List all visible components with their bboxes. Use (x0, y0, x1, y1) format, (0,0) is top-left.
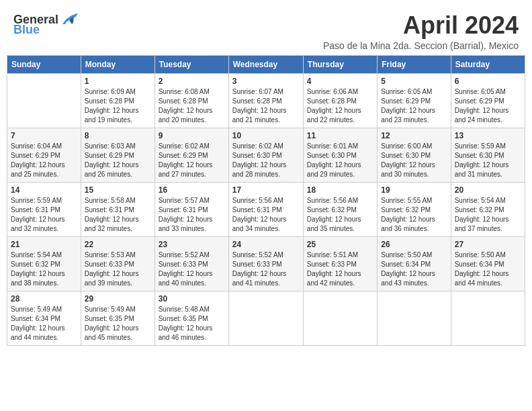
day-info: Sunrise: 5:49 AM Sunset: 6:35 PM Dayligh… (85, 305, 151, 342)
day-number: 19 (381, 185, 447, 195)
day-number: 23 (159, 240, 225, 249)
day-number: 20 (455, 185, 521, 195)
calendar-cell: 18Sunrise: 5:56 AM Sunset: 6:32 PM Dayli… (303, 182, 377, 236)
day-number: 5 (381, 77, 447, 86)
calendar-cell: 27Sunrise: 5:50 AM Sunset: 6:34 PM Dayli… (451, 236, 525, 291)
logo-bird-icon (60, 12, 79, 27)
day-info: Sunrise: 5:56 AM Sunset: 6:32 PM Dayligh… (307, 196, 373, 234)
title-block: April 2024 Paso de la Mina 2da. Seccion … (323, 12, 519, 51)
day-info: Sunrise: 6:01 AM Sunset: 6:30 PM Dayligh… (307, 142, 373, 179)
calendar-week-row: 21Sunrise: 5:54 AM Sunset: 6:32 PM Dayli… (7, 236, 525, 291)
day-number: 18 (307, 185, 373, 195)
calendar-cell: 1Sunrise: 6:09 AM Sunset: 6:28 PM Daylig… (81, 73, 154, 128)
calendar-cell: 3Sunrise: 6:07 AM Sunset: 6:28 PM Daylig… (228, 73, 303, 128)
day-info: Sunrise: 5:57 AM Sunset: 6:31 PM Dayligh… (159, 196, 225, 234)
calendar-cell: 24Sunrise: 5:52 AM Sunset: 6:33 PM Dayli… (228, 236, 303, 291)
day-number: 6 (455, 77, 521, 86)
calendar-week-row: 7Sunrise: 6:04 AM Sunset: 6:29 PM Daylig… (7, 128, 525, 182)
day-info: Sunrise: 6:06 AM Sunset: 6:28 PM Dayligh… (307, 87, 373, 125)
day-number: 22 (85, 240, 151, 249)
day-info: Sunrise: 6:07 AM Sunset: 6:28 PM Dayligh… (232, 87, 300, 125)
day-header-friday: Friday (378, 55, 451, 73)
calendar-cell: 14Sunrise: 5:59 AM Sunset: 6:31 PM Dayli… (7, 182, 81, 236)
calendar-cell: 5Sunrise: 6:05 AM Sunset: 6:29 PM Daylig… (378, 73, 451, 128)
logo: General Blue (13, 12, 79, 37)
calendar-cell: 26Sunrise: 5:50 AM Sunset: 6:34 PM Dayli… (378, 236, 451, 291)
calendar-cell: 13Sunrise: 5:59 AM Sunset: 6:30 PM Dayli… (451, 128, 525, 182)
day-header-monday: Monday (81, 55, 154, 73)
header: General Blue April 2024 Paso de la Mina … (7, 7, 525, 51)
calendar-week-row: 1Sunrise: 6:09 AM Sunset: 6:28 PM Daylig… (7, 73, 525, 128)
day-info: Sunrise: 5:54 AM Sunset: 6:32 PM Dayligh… (455, 196, 521, 234)
day-number: 21 (11, 240, 77, 249)
calendar-cell: 9Sunrise: 6:02 AM Sunset: 6:29 PM Daylig… (154, 128, 228, 182)
calendar-cell (7, 73, 81, 128)
day-info: Sunrise: 5:48 AM Sunset: 6:35 PM Dayligh… (159, 305, 225, 342)
location-title: Paso de la Mina 2da. Seccion (Barrial), … (323, 40, 519, 51)
day-number: 11 (307, 131, 373, 140)
day-info: Sunrise: 5:56 AM Sunset: 6:31 PM Dayligh… (232, 196, 300, 234)
calendar-cell: 4Sunrise: 6:06 AM Sunset: 6:28 PM Daylig… (303, 73, 377, 128)
calendar-cell: 25Sunrise: 5:51 AM Sunset: 6:33 PM Dayli… (303, 236, 377, 291)
day-number: 12 (381, 131, 447, 140)
day-number: 7 (11, 131, 77, 140)
day-info: Sunrise: 5:52 AM Sunset: 6:33 PM Dayligh… (159, 250, 225, 288)
day-info: Sunrise: 6:03 AM Sunset: 6:29 PM Dayligh… (85, 142, 151, 179)
day-info: Sunrise: 6:05 AM Sunset: 6:29 PM Dayligh… (455, 87, 521, 125)
day-number: 14 (11, 185, 77, 195)
day-number: 10 (232, 131, 300, 140)
day-number: 25 (307, 240, 373, 249)
day-info: Sunrise: 5:50 AM Sunset: 6:34 PM Dayligh… (455, 250, 521, 288)
calendar-cell: 8Sunrise: 6:03 AM Sunset: 6:29 PM Daylig… (81, 128, 154, 182)
day-info: Sunrise: 6:02 AM Sunset: 6:29 PM Dayligh… (159, 142, 225, 179)
day-info: Sunrise: 5:59 AM Sunset: 6:31 PM Dayligh… (11, 196, 77, 234)
calendar-cell: 23Sunrise: 5:52 AM Sunset: 6:33 PM Dayli… (154, 236, 228, 291)
day-number: 16 (159, 185, 225, 195)
calendar-cell: 16Sunrise: 5:57 AM Sunset: 6:31 PM Dayli… (154, 182, 228, 236)
calendar-cell (228, 291, 303, 345)
day-info: Sunrise: 5:54 AM Sunset: 6:32 PM Dayligh… (11, 250, 77, 288)
calendar-cell (378, 291, 451, 345)
day-number: 4 (307, 77, 373, 86)
day-header-saturday: Saturday (451, 55, 525, 73)
day-header-thursday: Thursday (303, 55, 377, 73)
header-row: SundayMondayTuesdayWednesdayThursdayFrid… (7, 55, 525, 73)
day-number: 13 (455, 131, 521, 140)
day-info: Sunrise: 6:04 AM Sunset: 6:29 PM Dayligh… (11, 142, 77, 179)
calendar-cell: 12Sunrise: 6:00 AM Sunset: 6:30 PM Dayli… (378, 128, 451, 182)
day-info: Sunrise: 6:00 AM Sunset: 6:30 PM Dayligh… (381, 142, 447, 179)
day-info: Sunrise: 6:05 AM Sunset: 6:29 PM Dayligh… (381, 87, 447, 125)
day-number: 24 (232, 240, 300, 249)
day-header-tuesday: Tuesday (154, 55, 228, 73)
month-title: April 2024 (323, 12, 519, 39)
calendar-cell: 10Sunrise: 6:02 AM Sunset: 6:30 PM Dayli… (228, 128, 303, 182)
day-info: Sunrise: 5:51 AM Sunset: 6:33 PM Dayligh… (307, 250, 373, 288)
day-info: Sunrise: 6:08 AM Sunset: 6:28 PM Dayligh… (159, 87, 225, 125)
calendar-cell: 29Sunrise: 5:49 AM Sunset: 6:35 PM Dayli… (81, 291, 154, 345)
calendar-week-row: 14Sunrise: 5:59 AM Sunset: 6:31 PM Dayli… (7, 182, 525, 236)
day-header-sunday: Sunday (7, 55, 81, 73)
calendar-cell: 11Sunrise: 6:01 AM Sunset: 6:30 PM Dayli… (303, 128, 377, 182)
calendar-cell: 15Sunrise: 5:58 AM Sunset: 6:31 PM Dayli… (81, 182, 154, 236)
day-info: Sunrise: 5:53 AM Sunset: 6:33 PM Dayligh… (85, 250, 151, 288)
day-info: Sunrise: 5:58 AM Sunset: 6:31 PM Dayligh… (85, 196, 151, 234)
day-info: Sunrise: 5:49 AM Sunset: 6:34 PM Dayligh… (11, 305, 77, 342)
day-number: 28 (11, 294, 77, 304)
day-info: Sunrise: 6:02 AM Sunset: 6:30 PM Dayligh… (232, 142, 300, 179)
calendar-cell: 2Sunrise: 6:08 AM Sunset: 6:28 PM Daylig… (154, 73, 228, 128)
day-number: 9 (159, 131, 225, 140)
day-info: Sunrise: 5:59 AM Sunset: 6:30 PM Dayligh… (455, 142, 521, 179)
day-number: 26 (381, 240, 447, 249)
day-number: 17 (232, 185, 300, 195)
calendar-cell: 28Sunrise: 5:49 AM Sunset: 6:34 PM Dayli… (7, 291, 81, 345)
calendar-cell: 21Sunrise: 5:54 AM Sunset: 6:32 PM Dayli… (7, 236, 81, 291)
day-info: Sunrise: 6:09 AM Sunset: 6:28 PM Dayligh… (85, 87, 151, 125)
day-number: 2 (159, 77, 225, 86)
calendar-cell: 17Sunrise: 5:56 AM Sunset: 6:31 PM Dayli… (228, 182, 303, 236)
day-number: 1 (85, 77, 151, 86)
calendar-cell: 6Sunrise: 6:05 AM Sunset: 6:29 PM Daylig… (451, 73, 525, 128)
day-number: 3 (232, 77, 300, 86)
day-header-wednesday: Wednesday (228, 55, 303, 73)
calendar-table: SundayMondayTuesdayWednesdayThursdayFrid… (7, 55, 525, 346)
logo-blue: Blue (13, 23, 40, 37)
